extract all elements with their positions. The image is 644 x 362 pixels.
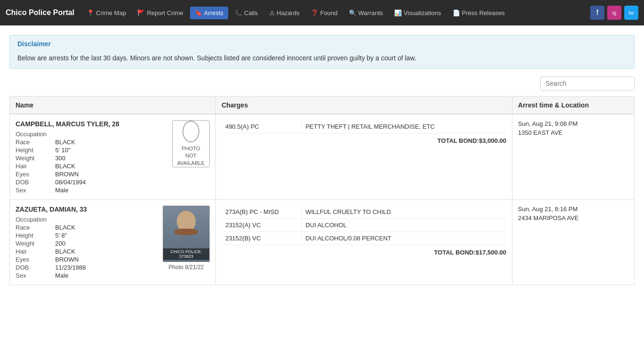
info-label: Occupation (16, 216, 53, 223)
disclaimer-text: Below are arrests for the last 30 days. … (10, 50, 634, 68)
col-header-charges: Charges (215, 97, 512, 115)
disclaimer-title: Disclaimer (10, 35, 634, 50)
charge-desc: DUI ALCOHOL (302, 219, 506, 231)
info-value: Male (55, 272, 157, 279)
info-label: Hair (16, 248, 53, 255)
info-value: BLACK (55, 139, 166, 146)
nav-warrants-label: Warrants (358, 9, 383, 16)
twitter-icon[interactable]: tw (624, 6, 638, 20)
nav-calls[interactable]: 📞 Calls (230, 7, 263, 19)
nav-hazards[interactable]: ⚠ Hazards (264, 7, 304, 19)
pin-icon: 📍 (87, 9, 94, 16)
table-row: ZAZUETA, DAMIAN, 33OccupationRaceBLACKHe… (10, 200, 635, 285)
col-header-name: Name (10, 97, 216, 115)
charge-desc: WILLFUL CRUELTY TO CHILD (302, 206, 506, 218)
nav-crime-map[interactable]: 📍 Crime Map (82, 7, 131, 19)
person-cell: ZAZUETA, DAMIAN, 33OccupationRaceBLACKHe… (10, 200, 216, 285)
nav-arrests[interactable]: 🔖 Arrests (190, 7, 228, 19)
info-value: 5' 8" (55, 232, 157, 239)
charge-row: 23152(B) VCDUI ALCOHOL/0.08 PERCENT (222, 232, 506, 245)
nav-crime-map-label: Crime Map (96, 9, 126, 16)
mugshot-image: CHICO POLICE: 373823 (163, 206, 210, 262)
facebook-icon[interactable]: f (590, 6, 604, 20)
disclaimer-box: Disclaimer Below are arrests for the las… (9, 35, 635, 69)
arrest-location: 1350 EAST AVE (518, 129, 628, 136)
charge-desc: PETTY THEFT | RETAIL MERCHANDISE, ETC (302, 120, 506, 133)
charge-row: 23152(A) VCDUI ALCOHOL (222, 219, 506, 232)
charge-code: 273A(B) PC - MISD (222, 206, 302, 218)
photo-cell: CHICO POLICE: 373823Photo 8/21/22 (163, 206, 210, 279)
info-label: Race (16, 139, 53, 146)
info-value: 200 (55, 240, 157, 247)
info-label: Weight (16, 155, 53, 162)
table-header: Name Charges Arrest time & Location (10, 97, 635, 115)
arrest-datetime: Sun, Aug 21, 8:16 PM (518, 206, 628, 213)
main-content: Disclaimer Below are arrests for the las… (0, 25, 644, 295)
charge-code: 490.5(A) PC (222, 120, 302, 133)
charge-row: 273A(B) PC - MISDWILLFUL CRUELTY TO CHIL… (222, 206, 506, 219)
info-label: Height (16, 232, 53, 239)
nav-arrests-label: Arrests (204, 9, 223, 16)
info-value: BROWN (55, 171, 166, 178)
info-label: Race (16, 224, 53, 231)
nav-found-label: Found (320, 9, 338, 16)
phone-icon: 📞 (235, 9, 242, 16)
table-row: CAMPBELL, MARCUS TYLER, 28OccupationRace… (10, 114, 635, 200)
search-row (9, 76, 635, 90)
bookmark-icon: 🔖 (195, 9, 202, 16)
info-value (55, 131, 166, 138)
nav-press-releases[interactable]: 📄 Press Releases (448, 7, 510, 19)
arrests-table: Name Charges Arrest time & Location CAMP… (9, 96, 635, 285)
nav-report-crime-label: Report Crime (147, 9, 183, 16)
col-header-arrest-time: Arrest time & Location (512, 97, 634, 115)
info-label: Sex (16, 187, 53, 194)
photo-caption: Photo 8/21/22 (169, 264, 204, 271)
info-value: 5' 10" (55, 147, 166, 154)
charges-cell: 490.5(A) PCPETTY THEFT | RETAIL MERCHAND… (215, 114, 512, 200)
info-label: Occupation (16, 131, 53, 138)
total-bond: TOTAL BOND:$17,500.00 (222, 245, 506, 256)
info-label: Eyes (16, 256, 53, 263)
arrest-datetime: Sun, Aug 21, 9:08 PM (518, 120, 628, 127)
info-value: 08/04/1994 (55, 179, 166, 186)
nav-press-releases-label: Press Releases (462, 9, 505, 16)
nav-hazards-label: Hazards (277, 9, 299, 16)
nav-calls-label: Calls (244, 9, 258, 16)
question-icon: ❓ (311, 9, 318, 16)
brand: Chico Police Portal (6, 8, 74, 17)
arrest-location: 2434 MARIPOSA AVE (518, 214, 628, 222)
info-value (55, 216, 157, 223)
person-name: CAMPBELL, MARCUS TYLER, 28 (16, 120, 166, 128)
info-value: BROWN (55, 256, 157, 263)
table-body: CAMPBELL, MARCUS TYLER, 28OccupationRace… (10, 114, 635, 285)
info-value: BLACK (55, 248, 157, 255)
info-label: Hair (16, 163, 53, 170)
nav-report-crime[interactable]: 🚩 Report Crime (132, 7, 188, 19)
info-value: BLACK (55, 163, 166, 170)
charge-code: 23152(A) VC (222, 219, 302, 231)
nav-found[interactable]: ❓ Found (306, 7, 342, 19)
info-value: Male (55, 187, 166, 194)
info-label: Weight (16, 240, 53, 247)
arrest-time-cell: Sun, Aug 21, 9:08 PM1350 EAST AVE (512, 114, 634, 200)
arrest-time-cell: Sun, Aug 21, 8:16 PM2434 MARIPOSA AVE (512, 200, 634, 285)
info-value: 11/23/1988 (55, 264, 157, 271)
info-label: Eyes (16, 171, 53, 178)
chart-icon: 📊 (394, 9, 402, 16)
instagram-icon[interactable]: ig (607, 6, 621, 20)
flag-icon: 🚩 (137, 9, 145, 16)
photo-cell: PHOTONOTAVAILABLE (172, 120, 210, 194)
charges-cell: 273A(B) PC - MISDWILLFUL CRUELTY TO CHIL… (215, 200, 512, 285)
nav-visualizations-label: Visualizations (404, 9, 441, 16)
person-name: ZAZUETA, DAMIAN, 33 (16, 206, 157, 213)
info-label: DOB (16, 179, 53, 186)
search-input[interactable] (540, 76, 635, 90)
total-bond: TOTAL BOND:$3,000.00 (222, 133, 506, 144)
charge-row: 490.5(A) PCPETTY THEFT | RETAIL MERCHAND… (222, 120, 506, 133)
info-label: DOB (16, 264, 53, 271)
nav-visualizations[interactable]: 📊 Visualizations (389, 7, 446, 19)
search-nav-icon: 🔍 (349, 9, 356, 16)
charge-code: 23152(B) VC (222, 232, 302, 245)
doc-icon: 📄 (453, 9, 460, 16)
nav-warrants[interactable]: 🔍 Warrants (344, 7, 388, 19)
